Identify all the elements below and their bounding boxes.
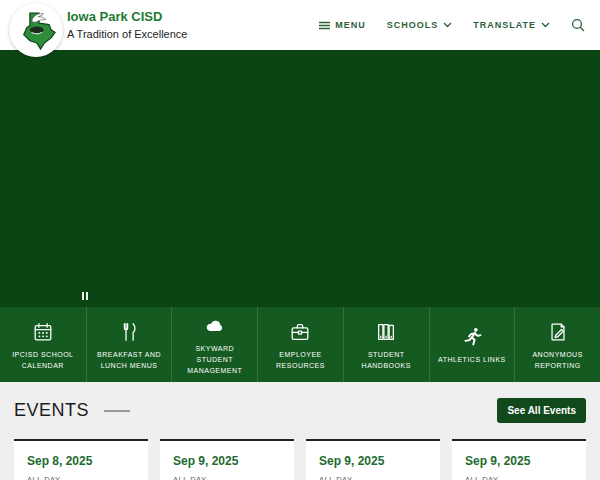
header-nav: MENU SCHOOLS TRANSLATE bbox=[319, 18, 600, 32]
site-header: Iowa Park CISD A Tradition of Excellence… bbox=[0, 0, 600, 50]
event-time: ALL DAY bbox=[173, 475, 281, 480]
event-cards: Sep 8, 2025ALL DAYSep 9, 2025ALL DAYSep … bbox=[14, 439, 586, 480]
chevron-down-icon bbox=[443, 22, 452, 28]
quick-link-breakfast-and-lunch-menus[interactable]: BREAKFAST AND LUNCH MENUS bbox=[86, 307, 172, 382]
texas-hawk-logo-icon bbox=[13, 7, 59, 53]
quick-links: IPCISD SCHOOL CALENDARBREAKFAST AND LUNC… bbox=[0, 307, 600, 382]
event-time: ALL DAY bbox=[465, 475, 573, 480]
translate-label: TRANSLATE bbox=[473, 20, 536, 30]
event-date: Sep 9, 2025 bbox=[465, 454, 573, 468]
events-title: EVENTS bbox=[14, 400, 89, 421]
quick-link-anonymous-reporting[interactable]: ANONYMOUS REPORTING bbox=[514, 307, 600, 382]
events-title-dash bbox=[104, 410, 130, 412]
event-card[interactable]: Sep 9, 2025ALL DAY bbox=[160, 439, 294, 480]
calendar-icon bbox=[32, 320, 54, 344]
events-section: EVENTS See All Events Sep 8, 2025ALL DAY… bbox=[0, 382, 600, 480]
cloud-icon bbox=[203, 314, 227, 338]
video-pause-button[interactable] bbox=[80, 290, 90, 301]
brand-block: Iowa Park CISD A Tradition of Excellence bbox=[67, 10, 187, 40]
quick-link-label: EMPLOYEE RESOURCES bbox=[264, 350, 337, 372]
see-all-events-button[interactable]: See All Events bbox=[497, 398, 586, 423]
report-icon bbox=[547, 320, 569, 344]
schools-dropdown[interactable]: SCHOOLS bbox=[387, 20, 453, 30]
district-logo[interactable] bbox=[9, 3, 63, 57]
quick-link-label: STUDENT HANDBOOKS bbox=[350, 350, 423, 372]
runner-icon bbox=[460, 325, 484, 349]
translate-dropdown[interactable]: TRANSLATE bbox=[473, 20, 550, 30]
books-icon bbox=[375, 320, 397, 344]
quick-link-label: BREAKFAST AND LUNCH MENUS bbox=[93, 350, 166, 372]
event-time: ALL DAY bbox=[319, 475, 427, 480]
schools-label: SCHOOLS bbox=[387, 20, 439, 30]
search-icon bbox=[571, 18, 585, 32]
district-tagline: A Tradition of Excellence bbox=[67, 28, 187, 40]
event-date: Sep 9, 2025 bbox=[173, 454, 281, 468]
district-name[interactable]: Iowa Park CISD bbox=[67, 10, 187, 24]
hero-banner bbox=[0, 50, 600, 307]
event-time: ALL DAY bbox=[27, 475, 135, 480]
quick-link-ipcisd-school-calendar[interactable]: IPCISD SCHOOL CALENDAR bbox=[0, 307, 86, 382]
event-card[interactable]: Sep 9, 2025ALL DAY bbox=[452, 439, 586, 480]
menu-button[interactable]: MENU bbox=[319, 20, 366, 30]
quick-link-student-handbooks[interactable]: STUDENT HANDBOOKS bbox=[343, 307, 429, 382]
quick-link-athletics-links[interactable]: ATHLETICS LINKS bbox=[429, 307, 515, 382]
event-date: Sep 8, 2025 bbox=[27, 454, 135, 468]
quick-link-label: SKYWARD STUDENT MANAGEMENT bbox=[178, 344, 251, 377]
pause-icon bbox=[82, 292, 84, 300]
utensils-icon bbox=[118, 320, 140, 344]
briefcase-icon bbox=[289, 320, 311, 344]
event-card[interactable]: Sep 8, 2025ALL DAY bbox=[14, 439, 148, 480]
quick-link-label: ANONYMOUS REPORTING bbox=[521, 350, 594, 372]
event-card[interactable]: Sep 9, 2025ALL DAY bbox=[306, 439, 440, 480]
quick-link-skyward-student-management[interactable]: SKYWARD STUDENT MANAGEMENT bbox=[171, 307, 257, 382]
events-header: EVENTS See All Events bbox=[14, 398, 586, 423]
quick-link-label: ATHLETICS LINKS bbox=[438, 355, 506, 366]
quick-link-employee-resources[interactable]: EMPLOYEE RESOURCES bbox=[257, 307, 343, 382]
quick-link-label: IPCISD SCHOOL CALENDAR bbox=[6, 350, 80, 372]
chevron-down-icon bbox=[541, 22, 550, 28]
hamburger-icon bbox=[319, 21, 330, 30]
event-date: Sep 9, 2025 bbox=[319, 454, 427, 468]
search-button[interactable] bbox=[571, 18, 585, 32]
menu-label: MENU bbox=[335, 20, 366, 30]
